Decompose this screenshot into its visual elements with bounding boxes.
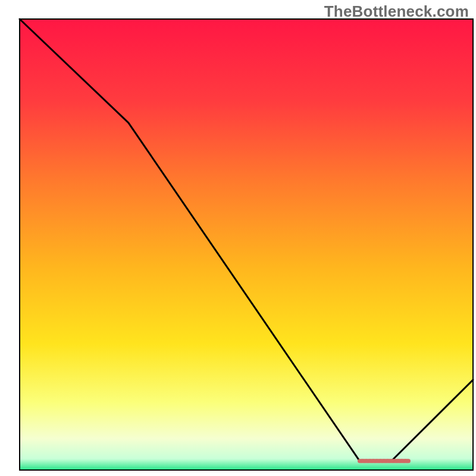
chart-container: TheBottleneck.com xyxy=(0,0,476,476)
bottleneck-chart xyxy=(0,0,476,476)
plot-background xyxy=(20,19,473,470)
